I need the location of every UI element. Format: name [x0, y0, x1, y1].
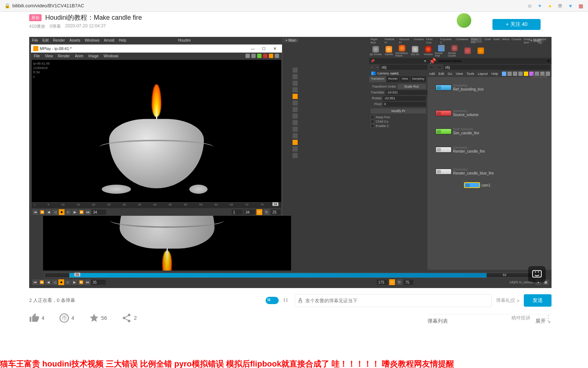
coin-button[interactable]: 币 4	[59, 313, 74, 323]
net-icon[interactable]	[502, 72, 506, 76]
forward-icon[interactable]: →	[436, 64, 442, 70]
like-button[interactable]: 4	[29, 313, 45, 323]
range-end-input[interactable]	[244, 210, 255, 215]
material-palette-tab[interactable]: Material Palette	[438, 59, 461, 63]
net-menu-edit[interactable]: Edit	[438, 72, 444, 76]
shelf-extra2[interactable]	[474, 44, 487, 57]
fps-input[interactable]	[271, 210, 281, 215]
play-back-button[interactable]: ◀	[46, 209, 51, 215]
timeline-cursor[interactable]: 34	[272, 202, 278, 206]
shelf-tab[interactable]: Fluid Con	[426, 38, 438, 43]
mplay-tool-icon[interactable]	[257, 54, 262, 58]
tool-icon[interactable]	[293, 81, 298, 86]
send-button[interactable]: 发送	[524, 294, 552, 307]
modify-pretransform-button[interactable]: Modify Pr	[371, 108, 426, 114]
tab-sampling[interactable]: Sampling	[410, 76, 426, 82]
mplay-menu-view[interactable]: View	[45, 54, 53, 58]
ext-icon-2[interactable]: ●	[547, 3, 553, 9]
hp-total-input[interactable]	[404, 280, 413, 285]
shelf-smokeless[interactable]: Smokeless Flame	[395, 44, 409, 57]
node-render-blue[interactable]: GeometryRender_candle_blue_fire	[436, 168, 494, 175]
hp-last[interactable]: ⏭	[85, 279, 90, 285]
tool-icon[interactable]	[293, 114, 298, 119]
pip-button[interactable]	[528, 266, 546, 282]
net-icon[interactable]	[507, 72, 512, 76]
shelf-tab[interactable]: Pyro FX	[471, 38, 482, 43]
shelf-tab[interactable]: Wires	[502, 38, 509, 43]
danmaku-toggle[interactable]	[266, 297, 279, 304]
shelf-tab[interactable]: Solid	[493, 38, 500, 43]
back-icon[interactable]: ←	[371, 65, 374, 69]
hp-realtime[interactable]: ⟳	[389, 279, 395, 285]
back-icon[interactable]: ←	[429, 64, 435, 70]
tab-view[interactable]: View	[400, 76, 410, 82]
shelf-candle[interactable]: Candle	[382, 44, 395, 57]
shelf-tab[interactable]: Arnold Lig	[538, 38, 550, 43]
houdini-timeline[interactable]: 35 52	[45, 273, 536, 278]
node-cam1[interactable]: cam1	[464, 182, 490, 188]
realtime-toggle[interactable]: ⟳	[256, 209, 262, 215]
shelf-smoke[interactable]: ply Smoke	[369, 44, 382, 57]
shelf-tab[interactable]: Crowds	[511, 38, 521, 43]
net-menu-help[interactable]: Help	[491, 72, 498, 76]
shelf-tab[interactable]: Drive Sim	[524, 38, 536, 43]
mplay-tool-icon[interactable]	[251, 54, 256, 58]
shield-icon[interactable]: ⛨	[557, 3, 563, 9]
shelf-tab[interactable]: Rigid Bod	[371, 38, 383, 43]
hp-stop[interactable]: ■	[58, 279, 64, 285]
hp-nextkey[interactable]: ⏩	[78, 279, 84, 285]
shelf-dryice[interactable]: Dry Ice	[409, 44, 422, 57]
tab-main[interactable]: + Main	[282, 38, 299, 43]
danmaku-input[interactable]	[305, 298, 488, 303]
net-menu-go[interactable]: Go	[448, 72, 452, 76]
child-comp-checkbox[interactable]	[371, 120, 374, 123]
net-menu-add[interactable]: Add	[429, 72, 435, 76]
xform-order-menu[interactable]: Scale Rot.	[398, 84, 426, 89]
hp-play[interactable]: ▶	[71, 279, 77, 285]
shelf-tab[interactable]: Container	[456, 38, 469, 43]
ext-icon-1[interactable]: ✦	[537, 3, 543, 9]
hp-next[interactable]: ▷	[65, 279, 71, 285]
mplay-titlebar[interactable]: MPlay - ip-08:41:* — ☐ ✕	[31, 45, 282, 53]
tool-icon[interactable]	[293, 100, 298, 106]
net-menu-tools[interactable]: Tools	[467, 72, 474, 76]
translate-x-input[interactable]	[386, 90, 429, 95]
mplay-menu-render[interactable]: Render	[58, 54, 70, 58]
font-style-icon[interactable]: A	[298, 297, 302, 304]
mplay-timeline[interactable]: 1510 152025 303540 455055 606570 7580 34	[32, 203, 281, 208]
tool-icon[interactable]	[293, 133, 298, 138]
network-panel[interactable]: 📌 Material Palette + ← → Add Edit Go Vie…	[428, 58, 552, 270]
hp-first[interactable]: ⏮	[32, 279, 38, 285]
menu-assets[interactable]: Assets	[69, 38, 80, 42]
menu-render[interactable]: Render	[53, 38, 65, 42]
menu-edit[interactable]: Edit	[42, 38, 49, 42]
current-frame-input[interactable]	[92, 210, 106, 215]
mplay-tool-icon[interactable]	[269, 54, 273, 58]
pivot-x-input[interactable]	[383, 102, 426, 107]
close-button[interactable]: ✕	[270, 45, 280, 52]
tool-icon[interactable]	[293, 127, 298, 132]
node-render-candle[interactable]: GeometryRender_candle_fire	[436, 146, 485, 153]
shelf-smoketrail[interactable]: Smoke Trail	[435, 44, 448, 57]
mplay-menu[interactable]: File View Render Anim Image Windows	[31, 53, 282, 59]
net-icon[interactable]	[518, 72, 523, 76]
mplay-viewport[interactable]: ip-08:41:48 1100x619 fr:34 c	[32, 60, 281, 202]
rotate-x-input[interactable]	[383, 96, 426, 101]
pane-pin-icon[interactable]: 📌	[371, 59, 375, 63]
pane-pin-icon[interactable]: 📌	[429, 58, 436, 65]
shelf-tab[interactable]: Cloth	[484, 38, 491, 43]
tool-icon[interactable]	[293, 74, 298, 79]
node-ref-bounding[interactable]: GeometryRef_bounding_box	[436, 84, 484, 91]
tool-icon[interactable]	[293, 107, 298, 112]
tool-icon[interactable]	[293, 153, 298, 158]
net-menu-layout[interactable]: Layout	[478, 72, 488, 76]
tool-icon[interactable]	[293, 68, 298, 73]
mplay-menu-anim[interactable]: Anim	[75, 54, 83, 58]
net-icon[interactable]	[524, 72, 528, 76]
houdini-viewport[interactable]	[43, 216, 291, 271]
houdini-frame-cursor[interactable]: 35	[74, 273, 80, 276]
tool-icon[interactable]	[293, 120, 298, 125]
mplay-menu-windows[interactable]: Windows	[104, 54, 119, 58]
minimize-button[interactable]: —	[248, 45, 258, 52]
hp-playback[interactable]: ◀	[45, 279, 51, 285]
